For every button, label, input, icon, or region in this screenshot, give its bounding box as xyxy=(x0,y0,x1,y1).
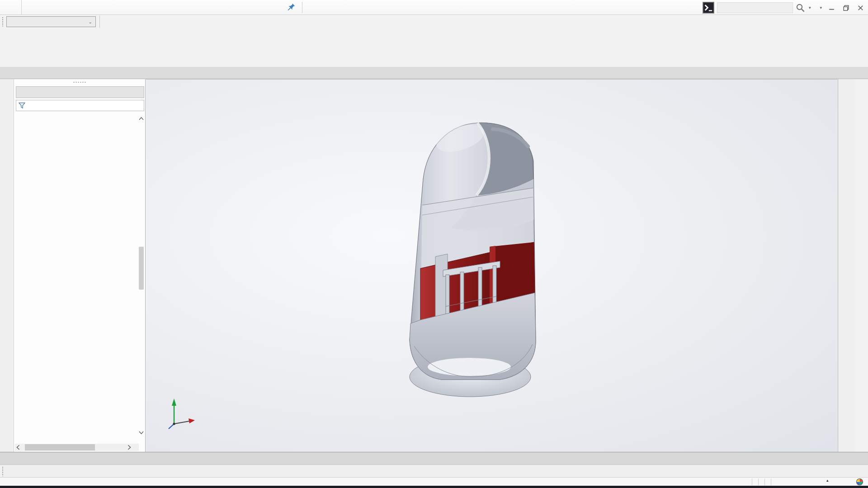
configuration-row: ⌄ xyxy=(0,15,868,28)
tree-filter-box[interactable] xyxy=(16,100,144,111)
document-title xyxy=(470,0,624,15)
model-3d-cutaway[interactable] xyxy=(392,111,560,405)
feature-tree xyxy=(15,116,140,444)
scroll-down-icon xyxy=(138,430,144,436)
origin-triad xyxy=(164,395,205,433)
taskbar-edge xyxy=(0,486,868,488)
status-bar: ▴ xyxy=(0,477,868,486)
scroll-up-icon xyxy=(138,116,144,122)
tree-horizontal-scrollbar[interactable] xyxy=(15,444,139,451)
document-tab-row xyxy=(0,452,868,465)
left-toolbar-strip xyxy=(0,79,14,452)
search-icon[interactable] xyxy=(796,3,805,13)
minimize-button[interactable] xyxy=(826,2,837,13)
panel-tabs xyxy=(16,86,144,98)
divider xyxy=(99,15,100,28)
pin-menu-icon[interactable] xyxy=(287,3,296,11)
scroll-left-icon xyxy=(15,444,21,450)
close-button[interactable] xyxy=(854,2,866,13)
toolbar-grip[interactable] xyxy=(2,17,4,27)
selection-filter-toolbar xyxy=(0,465,868,477)
title-bar: ▾ ▾ xyxy=(0,0,868,15)
feature-manager-panel xyxy=(14,79,146,452)
search-commands-input[interactable] xyxy=(717,2,793,13)
scroll-thumb xyxy=(25,444,95,450)
titlebar-right: ▾ ▾ xyxy=(703,1,866,14)
command-console-icon[interactable] xyxy=(703,2,714,14)
search-options-caret[interactable]: ▾ xyxy=(808,5,812,10)
scroll-right-icon xyxy=(126,444,132,450)
web-status-icon[interactable] xyxy=(855,478,864,486)
toolbar-grip[interactable] xyxy=(2,466,4,476)
scroll-thumb xyxy=(139,247,144,290)
solidworks-window: ▾ ▾ ⌄ xyxy=(0,0,868,488)
toolbar-divider xyxy=(302,2,302,13)
task-pane xyxy=(838,79,856,452)
chevron-down-icon: ⌄ xyxy=(89,19,92,24)
configuration-dropdown[interactable]: ⌄ xyxy=(6,16,96,27)
tree-vertical-scrollbar[interactable] xyxy=(138,116,145,444)
units-caret-icon[interactable]: ▴ xyxy=(826,478,829,483)
workspace xyxy=(0,79,868,452)
graphics-viewport[interactable] xyxy=(146,79,837,452)
solidworks-logo xyxy=(5,0,22,14)
command-manager-ribbon xyxy=(0,28,868,67)
panel-grip[interactable] xyxy=(73,81,86,83)
right-toolbar-strip xyxy=(856,79,868,452)
help-caret[interactable]: ▾ xyxy=(819,5,823,10)
command-tabs-row xyxy=(0,67,868,79)
restore-button[interactable] xyxy=(840,2,852,13)
